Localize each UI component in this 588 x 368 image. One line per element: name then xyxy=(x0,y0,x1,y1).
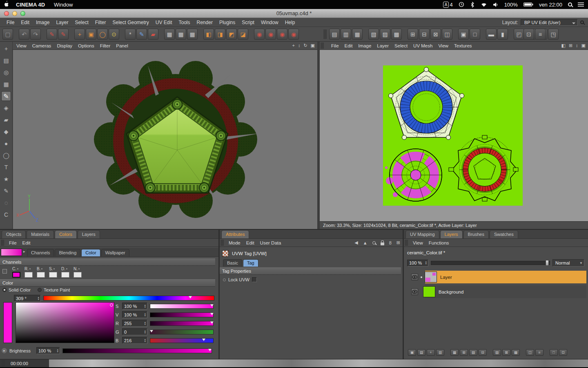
raster-layer-icon[interactable]: ⊞ xyxy=(460,349,468,356)
volume-icon[interactable] xyxy=(493,2,499,7)
eraser-icon[interactable]: ▰ xyxy=(148,29,158,40)
layers-menu-view[interactable]: View xyxy=(413,240,423,245)
layer-opacity-field[interactable]: 100 %▲▼ xyxy=(407,260,428,267)
tab-swatches[interactable]: Swatches xyxy=(490,230,518,238)
vp3d-menu-options[interactable]: Options xyxy=(78,43,94,48)
sphere-tool[interactable]: ◯ xyxy=(1,150,11,160)
layer-thumbnail[interactable] xyxy=(425,272,437,283)
empty-layer-icon[interactable]: □ xyxy=(550,349,558,356)
menu-window[interactable]: Window xyxy=(261,20,278,25)
color-drop-tool[interactable]: ● xyxy=(1,139,11,148)
channel-d[interactable]: D. xyxy=(61,267,73,278)
green-slider[interactable] xyxy=(150,330,214,334)
tab-attributes[interactable]: Attributes xyxy=(221,230,249,238)
attributes-menu-mode[interactable]: Mode xyxy=(229,240,241,245)
viewport3d-canvas[interactable]: Y X Z xyxy=(13,50,317,229)
ellipse-select-tool[interactable]: ◌ xyxy=(1,198,11,208)
text-tool[interactable]: T xyxy=(1,162,11,172)
green-field[interactable]: 0▲▼ xyxy=(122,328,147,335)
uv-menu-edit[interactable]: Edit xyxy=(345,43,353,48)
channel-stack-icon[interactable] xyxy=(2,269,7,274)
checker-sphere-c-icon[interactable]: ◉ xyxy=(277,29,287,40)
uv-menu-view[interactable]: View xyxy=(438,43,448,48)
c-tool[interactable]: C xyxy=(1,210,11,220)
tab-basic[interactable]: Basic xyxy=(223,259,242,267)
eraser-tool[interactable]: ▰ xyxy=(1,115,11,125)
time-machine-icon[interactable] xyxy=(459,2,464,7)
tab-uv-mapping[interactable]: UV Mapping xyxy=(405,230,439,238)
move-down-icon[interactable]: ⊠ xyxy=(502,349,510,356)
blend-mode-dropdown[interactable]: Normal ▼ xyxy=(552,259,584,267)
sv-marker[interactable] xyxy=(110,303,113,307)
cube-faces-a-icon[interactable]: ◧ xyxy=(203,29,214,40)
maximize-view-icon[interactable]: ▣ xyxy=(311,43,315,48)
mac-menu-window[interactable]: Window xyxy=(54,2,73,8)
uv-rotate-icon[interactable]: ▦ xyxy=(352,29,363,40)
layer-opacity-slider[interactable] xyxy=(431,261,550,265)
paintbrush-tool[interactable]: ✎ xyxy=(1,91,11,101)
parent-object-icon[interactable]: ▲ xyxy=(363,240,368,245)
brightness-collapse-icon[interactable]: ▸ xyxy=(2,348,7,353)
channel-r[interactable]: R. xyxy=(24,267,36,278)
uv-mapping-c-icon[interactable]: ▩ xyxy=(391,29,402,40)
brightness-field[interactable]: 100 %▲▼ xyxy=(36,347,60,354)
menu-filter[interactable]: Filter xyxy=(95,20,106,25)
maximize-view-icon[interactable]: ▣ xyxy=(581,43,586,48)
app-name[interactable]: CINEMA 4D xyxy=(16,2,45,8)
uv-mapping-b-icon[interactable]: ▨ xyxy=(380,29,390,40)
lock-uvw-checkbox[interactable] xyxy=(252,277,257,282)
uv-pack-a-icon[interactable]: ▬ xyxy=(486,29,497,40)
pattern-c-icon[interactable]: ▦ xyxy=(187,29,198,40)
layer-link-dot[interactable] xyxy=(421,276,422,278)
notification-list-icon[interactable] xyxy=(578,2,584,7)
blue-slider[interactable] xyxy=(150,338,214,343)
menu-select-geometry[interactable]: Select Geometry xyxy=(112,20,149,25)
dolly-view-icon[interactable]: ↕ xyxy=(298,43,301,48)
opacity-slider-handle[interactable] xyxy=(546,260,549,266)
hue-slider[interactable] xyxy=(43,296,214,301)
menu-layer[interactable]: Layer xyxy=(56,20,68,25)
texture-paint-radio[interactable]: Texture Paint xyxy=(38,287,70,292)
hue-field[interactable]: 309 °▲▼ xyxy=(14,295,41,302)
uv-menu-uvmesh[interactable]: UV Mesh xyxy=(413,43,432,48)
fx-layer-icon[interactable]: ▧ xyxy=(469,349,477,356)
layer-visibility-icon[interactable] xyxy=(411,274,418,280)
selection-frame-icon[interactable]: ▢ xyxy=(2,29,13,40)
lock-icon[interactable] xyxy=(381,242,384,245)
undo-icon[interactable]: ↶ xyxy=(19,29,29,40)
tab-channels[interactable]: Channels xyxy=(27,249,54,256)
uv-mapping-a-icon[interactable]: ▧ xyxy=(368,29,379,40)
tab-brushes[interactable]: Brushes xyxy=(463,230,489,238)
layout-menu-icon[interactable]: ≡ xyxy=(535,29,546,40)
layout-dropdown[interactable]: BP UV Edit (User) xyxy=(521,19,578,26)
uv-texture-canvas[interactable] xyxy=(320,50,588,221)
pattern-a-icon[interactable]: ▦ xyxy=(164,29,175,40)
red-field[interactable]: 255▲▼ xyxy=(122,320,147,327)
brightness-slider[interactable] xyxy=(62,348,212,353)
sv-gradient-square[interactable] xyxy=(16,302,114,343)
layer-tool[interactable]: ▤ xyxy=(1,56,11,65)
add-texture-icon[interactable]: + xyxy=(74,29,85,40)
value-field[interactable]: 100 %▲▼ xyxy=(122,311,147,318)
menu-edit[interactable]: Edit xyxy=(21,20,29,25)
wifi-icon[interactable] xyxy=(481,2,487,7)
uv-menubar-grip[interactable] xyxy=(321,43,324,49)
cube-faces-c-icon[interactable]: ◩ xyxy=(226,29,237,40)
uv-relax-d-icon[interactable]: ◫ xyxy=(442,29,452,40)
channels-section-header[interactable]: Channels xyxy=(0,258,215,266)
uv-menu-select[interactable]: Select xyxy=(394,43,408,48)
menu-help[interactable]: Help xyxy=(285,20,295,25)
histogram-view-icon[interactable]: ◧ xyxy=(561,43,565,48)
frame-selection-icon[interactable]: ▣ xyxy=(86,29,96,40)
uv-quad-d-icon[interactable]: ◳ xyxy=(548,29,559,40)
menu-image[interactable]: Image xyxy=(36,20,49,25)
clip-layer-icon[interactable]: ◫ xyxy=(526,349,534,356)
colors-menu-edit[interactable]: Edit xyxy=(22,240,31,245)
background-visibility-icon[interactable] xyxy=(411,288,418,295)
menu-file[interactable]: File xyxy=(7,20,14,25)
uv-relax-c-icon[interactable]: ⊠ xyxy=(430,29,441,40)
checker-sphere-b-icon[interactable]: ◉ xyxy=(265,29,276,40)
eyedropper-tool[interactable]: ✎ xyxy=(1,186,11,196)
pattern-b-icon[interactable]: ▦ xyxy=(176,29,186,40)
uv-align-b-icon[interactable]: □ xyxy=(470,29,480,40)
